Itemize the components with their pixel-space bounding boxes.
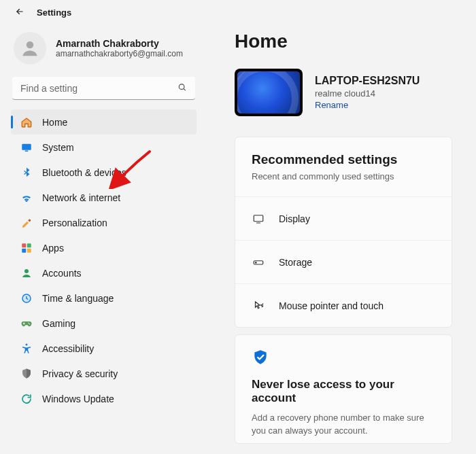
sidebar-item-system[interactable]: System — [11, 135, 197, 160]
sidebar-item-label: Windows Update — [42, 394, 114, 404]
profile-email: amarnathchakraborty6@gmail.com — [56, 49, 183, 58]
svg-point-13 — [26, 343, 28, 345]
privacy-icon — [20, 368, 33, 380]
svg-point-11 — [28, 322, 29, 324]
rename-link[interactable]: Rename — [315, 100, 420, 110]
system-icon — [20, 141, 33, 154]
recommended-card: Recommended settings Recent and commonly… — [235, 137, 452, 328]
sidebar-item-label: Network & internet — [42, 192, 120, 203]
sidebar-item-network[interactable]: Network & internet — [11, 185, 197, 210]
update-icon — [20, 393, 33, 405]
window-title: Settings — [37, 7, 71, 18]
mouse-icon — [252, 299, 265, 313]
sidebar-item-update[interactable]: Windows Update — [11, 386, 197, 411]
gaming-icon — [20, 317, 33, 330]
setting-row-display[interactable]: Display — [235, 196, 452, 240]
profile-block[interactable]: Amarnath Chakraborty amarnathchakraborty… — [10, 29, 198, 77]
sidebar-item-gaming[interactable]: Gaming — [11, 311, 197, 336]
sidebar-item-home[interactable]: Home — [11, 109, 197, 135]
setting-row-label: Mouse pointer and touch — [279, 300, 384, 311]
svg-rect-4 — [25, 150, 29, 152]
sidebar-item-personalization[interactable]: Personalization — [11, 210, 197, 235]
recommended-title: Recommended settings — [252, 152, 435, 167]
svg-rect-14 — [254, 215, 263, 221]
storage-icon — [252, 256, 265, 269]
apps-icon — [20, 242, 33, 254]
sidebar-item-accounts[interactable]: Accounts — [11, 260, 197, 285]
sidebar-item-privacy[interactable]: Privacy & security — [11, 361, 197, 386]
setting-row-label: Display — [279, 213, 310, 224]
sidebar-item-accessibility[interactable]: Accessibility — [11, 336, 197, 361]
avatar — [14, 32, 46, 65]
accessibility-icon — [20, 343, 33, 355]
setting-row-label: Storage — [279, 257, 312, 268]
svg-rect-7 — [22, 248, 26, 252]
account-security-card: Never lose access to your account Add a … — [235, 334, 452, 444]
nav-list: Home System Bluetooth & devices — [10, 109, 198, 411]
sidebar-item-bluetooth[interactable]: Bluetooth & devices — [11, 160, 197, 185]
svg-point-17 — [256, 262, 256, 262]
device-name: LAPTOP-ESH2SN7U — [315, 75, 420, 87]
sidebar-item-label: Accounts — [42, 268, 82, 279]
svg-rect-6 — [27, 243, 31, 247]
svg-point-12 — [29, 324, 31, 325]
main-content: Home LAPTOP-ESH2SN7U realme cloud14 Rena… — [207, 22, 476, 454]
page-title: Home — [235, 31, 476, 52]
svg-point-0 — [27, 41, 34, 49]
bluetooth-icon — [20, 167, 33, 179]
svg-rect-5 — [22, 243, 26, 247]
sidebar-item-label: Apps — [42, 243, 64, 254]
time-icon — [20, 292, 33, 304]
sidebar: Amarnath Chakraborty amarnathchakraborty… — [0, 22, 207, 454]
shield-check-icon — [252, 349, 435, 368]
recommended-subtitle: Recent and commonly used settings — [252, 171, 435, 181]
svg-point-9 — [24, 269, 29, 273]
sidebar-item-label: Time & language — [42, 293, 114, 304]
device-block: LAPTOP-ESH2SN7U realme cloud14 Rename — [235, 69, 476, 116]
sidebar-item-label: Personalization — [42, 217, 107, 228]
svg-rect-8 — [27, 248, 31, 252]
network-icon — [20, 192, 33, 204]
setting-row-storage[interactable]: Storage — [235, 240, 452, 283]
device-model: realme cloud14 — [315, 88, 420, 99]
back-button[interactable] — [15, 7, 24, 18]
device-image — [235, 69, 303, 116]
account-card-title: Never lose access to your account — [252, 378, 435, 405]
sidebar-item-label: Privacy & security — [42, 368, 118, 379]
sidebar-item-label: Bluetooth & devices — [42, 167, 126, 178]
search-field[interactable] — [12, 77, 195, 100]
account-card-text: Add a recovery phone number to make sure… — [252, 412, 435, 438]
profile-name: Amarnath Chakraborty — [56, 38, 183, 49]
setting-row-mouse[interactable]: Mouse pointer and touch — [235, 283, 452, 327]
display-icon — [252, 212, 265, 226]
accounts-icon — [20, 267, 33, 279]
home-icon — [20, 116, 33, 128]
search-input[interactable] — [12, 77, 195, 100]
sidebar-item-label: Accessibility — [42, 343, 94, 354]
personalization-icon — [20, 217, 33, 229]
sidebar-item-apps[interactable]: Apps — [11, 235, 197, 260]
sidebar-item-label: System — [42, 142, 74, 153]
svg-rect-3 — [22, 143, 31, 150]
sidebar-item-label: Gaming — [42, 318, 75, 329]
sidebar-item-time[interactable]: Time & language — [11, 285, 197, 311]
sidebar-item-label: Home — [42, 117, 67, 128]
